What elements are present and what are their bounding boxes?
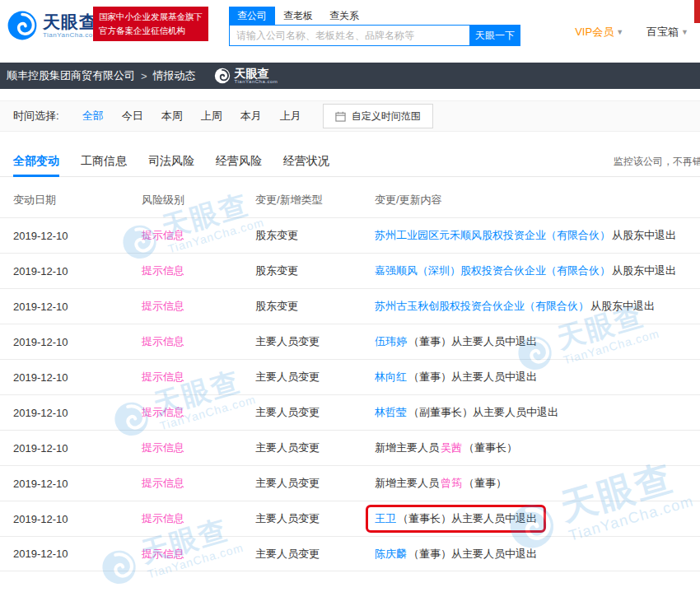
- header-right-menu: VIP会员 ▼ 百宝箱 ▼: [575, 25, 688, 40]
- search-button[interactable]: 天眼一下: [469, 25, 520, 46]
- table-row: 2019-12-10 提示信息 主要人员变更 伍玮婷（董事）从主要人员中退出: [0, 324, 700, 359]
- tab-business-info[interactable]: 工商信息: [81, 147, 127, 177]
- row-risk-level: 提示信息: [142, 299, 255, 314]
- row-content: 陈庆麟（董事）从主要人员中退出: [375, 547, 537, 562]
- content-text: （副董事长）从主要人员中退出: [408, 406, 558, 418]
- entity-link[interactable]: 林哲莹: [375, 406, 407, 418]
- content-text: 从股东中退出: [612, 264, 676, 277]
- content-text: 新增主要人员: [375, 441, 439, 454]
- vip-menu[interactable]: VIP会员 ▼: [575, 25, 623, 40]
- header-risk-level: 风险级别: [142, 193, 255, 207]
- time-option-all[interactable]: 全部: [79, 107, 107, 125]
- time-filter-options: 全部 今日 本周 上周 本月 上月: [79, 107, 305, 125]
- row-change-type: 主要人员变更: [255, 370, 375, 385]
- badge-line1: 国家中小企业发展基金旗下: [99, 10, 203, 24]
- table-row: 2019-12-10 提示信息 股东变更 苏州工业园区元禾顺风股权投资企业（有限…: [0, 217, 700, 253]
- time-option-last-week[interactable]: 上周: [198, 107, 226, 125]
- row-date: 2019-12-10: [13, 336, 142, 348]
- row-content: 伍玮婷（董事）从主要人员中退出: [375, 334, 537, 349]
- entity-link[interactable]: 林向红: [375, 371, 407, 383]
- monitor-company-link[interactable]: 监控该公司，不再错: [614, 155, 700, 169]
- row-content: 苏州古玉秋创股权投资合伙企业（有限合伙）从股东中退出: [375, 299, 655, 314]
- row-date: 2019-12-10: [13, 478, 142, 490]
- row-content-cell: 新增主要人员曾筠（董事）: [375, 476, 700, 491]
- time-option-this-month[interactable]: 本月: [237, 107, 265, 125]
- breadcrumb-current-page: 情报动态: [153, 68, 196, 83]
- time-option-last-month[interactable]: 上月: [277, 107, 305, 125]
- row-content-cell: 伍玮婷（董事）从主要人员中退出: [375, 334, 700, 349]
- row-change-type: 主要人员变更: [255, 511, 375, 526]
- row-content: 新增主要人员吴茜（董事长）: [375, 441, 517, 455]
- row-content-cell: 新增主要人员吴茜（董事长）: [375, 441, 700, 455]
- section-tabs: 全部变动 工商信息 司法风险 经营风险 经营状况 监控该公司，不再错: [0, 147, 700, 177]
- content-text: 新增主要人员: [375, 477, 439, 489]
- table-row: 2019-12-10 提示信息 主要人员变更 新增主要人员吴茜（董事长）: [0, 430, 700, 465]
- table-row: 2019-12-10 提示信息 主要人员变更 王卫（董事长）从主要人员中退出: [0, 501, 700, 536]
- entity-link[interactable]: 陈庆麟: [375, 548, 407, 560]
- breadcrumb-company-link[interactable]: 顺丰控股集团商贸有限公司: [7, 68, 135, 83]
- row-change-type: 主要人员变更: [255, 476, 375, 491]
- tianyancha-logo-icon: [7, 10, 38, 41]
- tab-operation-status[interactable]: 经营状况: [283, 147, 329, 177]
- row-date: 2019-12-10: [13, 301, 142, 313]
- tab-search-boss[interactable]: 查老板: [275, 7, 321, 26]
- changes-table: 变动日期 风险级别 变更/新增类型 变更/更新内容 2019-12-10 提示信…: [0, 183, 700, 571]
- breadcrumb-separator: >: [141, 70, 147, 82]
- row-content-cell: 苏州古玉秋创股权投资合伙企业（有限合伙）从股东中退出: [375, 299, 700, 314]
- content-text: （董事）从主要人员中退出: [408, 371, 537, 383]
- content-text: （董事长）从主要人员中退出: [398, 512, 537, 524]
- chevron-down-icon: ▼: [616, 28, 623, 36]
- content-text: （董事）从主要人员中退出: [408, 548, 537, 560]
- table-body: 2019-12-10 提示信息 股东变更 苏州工业园区元禾顺风股权投资企业（有限…: [0, 217, 700, 571]
- time-filter-label: 时间选择:: [13, 109, 59, 124]
- tianyancha-logo-icon: [214, 68, 231, 84]
- logo-text-block: 天眼查 TianYanCha.com: [43, 12, 99, 39]
- calendar-icon: [335, 111, 346, 122]
- badge-line2: 官方备案企业征信机构: [99, 24, 203, 38]
- tab-operation-risk[interactable]: 经营风险: [216, 147, 262, 177]
- entity-link[interactable]: 苏州古玉秋创股权投资合伙企业（有限合伙）: [375, 300, 589, 312]
- entity-link[interactable]: 伍玮婷: [375, 335, 407, 347]
- entity-link[interactable]: 苏州工业园区元禾顺风股权投资企业（有限合伙）: [375, 229, 610, 241]
- custom-range-label: 自定义时间范围: [352, 110, 421, 124]
- time-option-today[interactable]: 今日: [119, 107, 147, 125]
- header-change-type: 变更/新增类型: [255, 193, 375, 207]
- site-header: 天眼查 TianYanCha.com 国家中小企业发展基金旗下 官方备案企业征信…: [0, 0, 700, 63]
- row-content-cell: 林哲莹（副董事长）从主要人员中退出: [375, 405, 700, 420]
- highlighted-row-content: 王卫（董事长）从主要人员中退出: [366, 505, 546, 533]
- tab-all-changes[interactable]: 全部变动: [13, 147, 59, 177]
- row-date: 2019-12-10: [13, 548, 142, 560]
- row-content: 苏州工业园区元禾顺风股权投资企业（有限合伙）从股东中退出: [375, 228, 676, 243]
- row-risk-level: 提示信息: [142, 370, 255, 385]
- row-content-cell: 嘉强顺风（深圳）股权投资合伙企业（有限合伙）从股东中退出: [375, 263, 700, 278]
- row-content: 嘉强顺风（深圳）股权投资合伙企业（有限合伙）从股东中退出: [375, 263, 676, 278]
- table-row: 2019-12-10 提示信息 主要人员变更 新增主要人员曾筠（董事）: [0, 465, 700, 501]
- tab-search-relation[interactable]: 查关系: [321, 7, 367, 26]
- search-bar: 天眼一下: [229, 25, 520, 46]
- toolbox-menu[interactable]: 百宝箱 ▼: [646, 25, 688, 40]
- custom-time-range-button[interactable]: 自定义时间范围: [323, 104, 433, 128]
- row-date: 2019-12-10: [13, 513, 142, 525]
- row-change-type: 主要人员变更: [255, 405, 375, 420]
- breadcrumb-logo-subtitle: TianYanCha.com: [235, 79, 278, 84]
- row-risk-level: 提示信息: [142, 334, 255, 349]
- row-risk-level: 提示信息: [142, 405, 255, 420]
- row-risk-level: 提示信息: [142, 511, 255, 526]
- table-row: 2019-12-10 提示信息 股东变更 嘉强顺风（深圳）股权投资合伙企业（有限…: [0, 253, 700, 288]
- entity-link[interactable]: 嘉强顺风（深圳）股权投资合伙企业（有限合伙）: [375, 264, 610, 277]
- site-logo[interactable]: 天眼查 TianYanCha.com: [7, 10, 99, 41]
- scrollbar[interactable]: [694, 0, 700, 23]
- row-content-cell: 林向红（董事）从主要人员中退出: [375, 370, 700, 385]
- time-option-this-week[interactable]: 本周: [158, 107, 186, 125]
- row-risk-level: 提示信息: [142, 476, 255, 491]
- row-risk-level: 提示信息: [142, 228, 255, 243]
- entity-link[interactable]: 王卫: [375, 512, 396, 524]
- search-input[interactable]: [229, 25, 469, 46]
- row-change-type: 主要人员变更: [255, 334, 375, 349]
- content-text: （董事）从主要人员中退出: [408, 335, 537, 347]
- tab-judicial-risk[interactable]: 司法风险: [148, 147, 194, 177]
- tab-search-company[interactable]: 查公司: [229, 7, 275, 26]
- row-content: 林向红（董事）从主要人员中退出: [375, 370, 537, 385]
- row-risk-level: 提示信息: [142, 547, 255, 562]
- header-search-tabs: 查公司 查老板 查关系: [229, 7, 367, 26]
